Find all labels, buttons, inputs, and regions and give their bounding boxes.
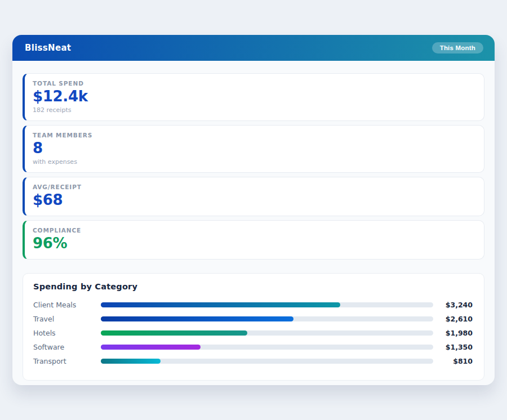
category-label: Transport <box>33 357 101 365</box>
amount-label: $810 <box>438 357 473 365</box>
stat-value: 96% <box>33 235 474 252</box>
stat-subtext: with expenses <box>33 158 474 166</box>
stat-value: $68 <box>33 192 474 209</box>
stat-label: TEAM MEMBERS <box>33 132 474 138</box>
period-badge[interactable]: This Month <box>432 42 483 53</box>
stat-card: COMPLIANCE 96% <box>23 220 484 260</box>
bar-track <box>101 345 433 350</box>
category-label: Client Meals <box>33 301 101 309</box>
dashboard-panel: BlissNeat This Month TOTAL SPEND $12.4k … <box>12 35 495 385</box>
stat-value: 8 <box>33 140 474 157</box>
stat-card: TOTAL SPEND $12.4k 182 receipts <box>23 73 484 121</box>
amount-label: $2,610 <box>438 315 473 323</box>
category-label: Hotels <box>33 329 101 337</box>
amount-label: $3,240 <box>438 301 473 309</box>
bar-track <box>101 330 433 336</box>
bar-fill <box>101 330 247 336</box>
stat-label: TOTAL SPEND <box>33 80 474 87</box>
chart-title: Spending by Category <box>33 282 473 291</box>
bar-fill <box>101 316 293 321</box>
chart-rows: Client Meals $3,240 Travel $2,610 Hotels… <box>33 298 473 368</box>
chart-row: Travel $2,610 <box>33 312 473 326</box>
amount-label: $1,980 <box>438 329 473 337</box>
chart-row: Transport $810 <box>33 354 473 368</box>
bar-track <box>101 359 433 364</box>
chart-row: Client Meals $3,240 <box>33 298 473 312</box>
amount-label: $1,350 <box>438 343 473 351</box>
stat-label: AVG/RECEIPT <box>33 184 474 190</box>
bar-fill <box>101 359 161 364</box>
chart-row: Software $1,350 <box>33 340 473 354</box>
stat-card: TEAM MEMBERS 8 with expenses <box>23 125 484 173</box>
dashboard-content: TOTAL SPEND $12.4k 182 receipts TEAM MEM… <box>12 61 495 381</box>
category-label: Travel <box>33 315 101 323</box>
stat-label: COMPLIANCE <box>33 227 474 234</box>
stat-value: $12.4k <box>33 88 474 105</box>
category-label: Software <box>33 343 101 351</box>
spending-chart-card: Spending by Category Client Meals $3,240… <box>23 273 484 381</box>
bar-fill <box>101 302 340 307</box>
app-title: BlissNeat <box>25 43 71 53</box>
chart-row: Hotels $1,980 <box>33 326 473 340</box>
stat-card: AVG/RECEIPT $68 <box>23 177 484 216</box>
bar-track <box>101 302 433 307</box>
bar-fill <box>101 345 201 350</box>
stat-subtext: 182 receipts <box>33 106 474 114</box>
app-header: BlissNeat This Month <box>12 35 495 61</box>
bar-track <box>101 316 433 321</box>
stats-section: TOTAL SPEND $12.4k 182 receipts TEAM MEM… <box>23 73 484 260</box>
